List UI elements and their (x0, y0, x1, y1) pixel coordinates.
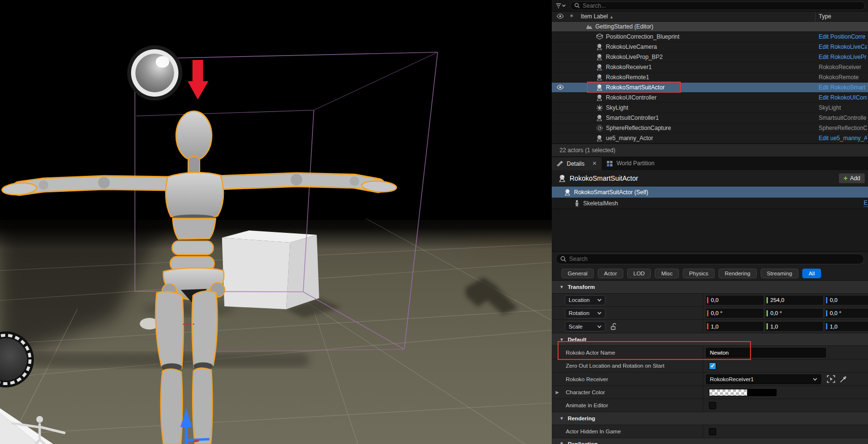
filter-lod[interactable]: LOD (627, 269, 651, 278)
section-transform[interactable]: ▼ Transform (552, 281, 868, 294)
outliner-row[interactable]: RokokoRemote1 RokokoRemote (552, 72, 868, 83)
sort-ascending-icon: ▲ (609, 15, 613, 19)
collapse-icon: ▼ (559, 441, 564, 444)
scale-x-field[interactable]: 1,0 (706, 322, 764, 331)
outliner-search-input[interactable] (583, 2, 861, 9)
world-partition-icon (606, 160, 613, 167)
zero-out-checkbox[interactable] (709, 362, 716, 370)
rotation-z-field[interactable]: 0,0 ° (825, 309, 868, 318)
section-default[interactable]: ▼ Default (552, 333, 868, 346)
visibility-column-eye-icon[interactable] (557, 14, 564, 19)
right-dock-panel: ✶ Item Label ▲ Type GettingStarted (Edit… (552, 0, 868, 444)
property-row-actor-hidden: Actor Hidden In Game (552, 425, 868, 438)
outliner-row[interactable]: RokokoUIController Edit RokokoUICont (552, 93, 868, 103)
outliner-row[interactable]: RokokoLiveProp_BP2 Edit RokokoLivePr (552, 52, 868, 62)
outliner-row-level[interactable]: GettingStarted (Editor) (552, 22, 868, 32)
lock-open-icon[interactable] (610, 323, 617, 330)
details-search-row (552, 252, 868, 266)
location-dropdown[interactable]: Location (565, 295, 605, 305)
actor-icon (596, 64, 603, 71)
outliner-tree: GettingStarted (Editor) PositionCorrecti… (552, 22, 868, 143)
selected-actor-title: RokokoSmartSuitActor (570, 174, 638, 182)
actor-hidden-checkbox[interactable] (709, 428, 716, 435)
pick-actor-icon[interactable] (827, 375, 835, 383)
filter-all[interactable]: All (802, 269, 821, 278)
outliner-row[interactable]: SmartsuitController1 SmartsuitControlle (552, 113, 868, 123)
scale-dropdown[interactable]: Scale (565, 321, 605, 331)
property-row-animate-in-editor: Animate in Editor (552, 399, 868, 412)
chevron-down-icon (813, 378, 817, 381)
outliner-row[interactable]: SkyLight SkyLight (552, 103, 868, 113)
outliner-row[interactable]: RokokoReceiver1 RokokoReceiver (552, 62, 868, 72)
component-row-self[interactable]: RokokoSmartSuitActor (Self) (552, 186, 868, 198)
collapse-icon: ▼ (559, 416, 564, 421)
filter-actor[interactable]: Actor (598, 269, 623, 278)
outliner-row-selected[interactable]: RokokoSmartSuitActor Edit RokokoSmart (552, 83, 868, 93)
scale-z-field[interactable]: 1,0 (825, 322, 868, 331)
rotation-y-field[interactable]: 0,0 ° (765, 309, 823, 318)
details-search[interactable] (556, 254, 864, 264)
tab-details[interactable]: Details ✕ (552, 157, 602, 170)
plus-icon: + (843, 174, 847, 182)
favorite-column-star-icon[interactable]: ✶ (569, 13, 574, 19)
scale-y-field[interactable]: 1,0 (765, 322, 823, 331)
outliner-row[interactable]: RokokoLiveCamera Edit RokokoLiveCa (552, 42, 868, 52)
actor-icon (596, 94, 603, 101)
outliner-row[interactable]: ue5_manny_Actor Edit ue5_manny_A (552, 133, 868, 143)
tab-world-partition[interactable]: World Partition (602, 157, 659, 170)
filter-streaming[interactable]: Streaming (761, 269, 798, 278)
mannequin-belly-1 (172, 241, 213, 255)
edit-link-clipped[interactable]: E (864, 200, 868, 207)
item-label-column-header[interactable]: Item Label ▲ (581, 13, 613, 20)
mannequin-right-thigh (192, 291, 217, 367)
rokoko-receiver-combo[interactable]: RokokoReceiver1 (706, 374, 821, 384)
rotation-dropdown[interactable]: Rotation (565, 308, 605, 318)
filter-misc[interactable]: Misc (655, 269, 679, 278)
mannequin-abdomen (173, 218, 216, 239)
actor-icon (564, 189, 571, 196)
outliner-search[interactable] (570, 1, 865, 10)
location-z-field[interactable]: 0,0 (825, 296, 868, 305)
viewport-3d[interactable] (0, 0, 552, 444)
eyedropper-icon[interactable] (840, 375, 847, 383)
outliner-toolbar (552, 0, 868, 12)
close-tab-icon[interactable]: ✕ (592, 160, 597, 167)
visibility-eye-icon[interactable] (557, 85, 564, 90)
search-icon (574, 3, 580, 8)
filter-icon[interactable] (556, 2, 566, 9)
details-tab-icon (557, 160, 563, 167)
filter-rendering[interactable]: Rendering (719, 269, 757, 278)
filter-physics[interactable]: Physics (683, 269, 715, 278)
actor-icon (596, 43, 603, 50)
rokoko-actor-name-input[interactable] (706, 348, 826, 358)
component-row-skeletal-mesh[interactable]: SkeletalMesh E (552, 198, 868, 209)
sphere-gizmo[interactable] (127, 45, 182, 100)
filter-general[interactable]: General (561, 269, 594, 278)
actor-icon (559, 174, 566, 182)
section-replication[interactable]: ▼ Replication (552, 438, 868, 444)
actor-icon (596, 74, 603, 81)
mannequin-left-thigh (156, 292, 183, 368)
component-tree-empty-area (552, 209, 868, 252)
cube-front-face (222, 238, 290, 309)
collapse-icon: ▼ (559, 337, 564, 342)
expand-icon[interactable]: ▶ (556, 390, 559, 395)
details-search-input[interactable] (569, 256, 859, 262)
animate-in-editor-checkbox[interactable] (709, 402, 716, 409)
section-rendering[interactable]: ▼ Rendering (552, 412, 868, 425)
sphere-reflection-capture-icon (596, 125, 603, 131)
character-color-swatch[interactable] (709, 389, 777, 396)
search-icon (560, 256, 566, 262)
mannequin-head (176, 111, 212, 160)
details-title-row: RokokoSmartSuitActor + Add (552, 170, 868, 186)
type-column-header[interactable]: Type (819, 13, 831, 20)
skeletal-mesh-icon (574, 200, 580, 207)
location-y-field[interactable]: 254,0 (765, 296, 823, 305)
rotation-x-field[interactable]: 0,0 ° (706, 309, 764, 318)
outliner-row[interactable]: SphereReflectionCapture SphereReflection… (552, 123, 868, 133)
location-x-field[interactable]: 0,0 (706, 296, 764, 305)
outliner-row[interactable]: PositionCorrection_Blueprint Edit Positi… (552, 32, 868, 42)
level-icon (586, 23, 593, 29)
add-component-button[interactable]: + Add (839, 173, 865, 184)
skylight-icon (596, 104, 603, 111)
